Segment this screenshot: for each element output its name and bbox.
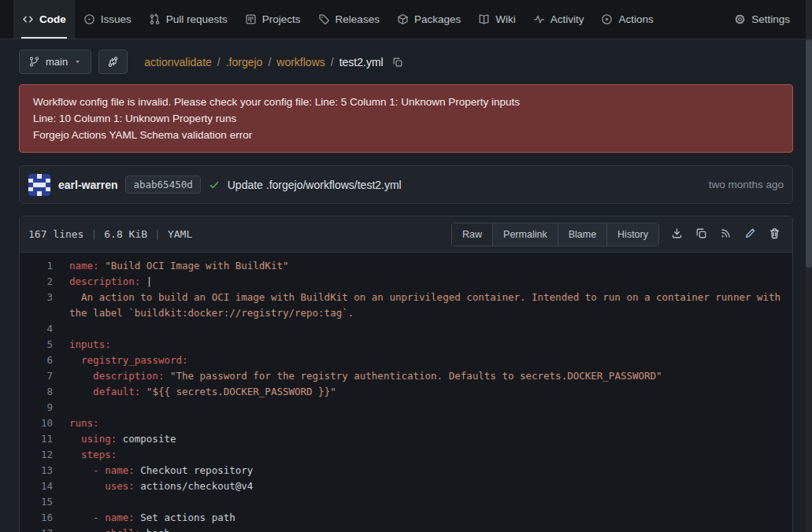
commit-author[interactable]: earl-warren (58, 179, 117, 191)
tab-pull-requests[interactable]: Pull requests (140, 0, 236, 39)
line-number[interactable]: 1 (20, 258, 69, 274)
tag-icon (318, 13, 330, 25)
breadcrumb-segment[interactable]: .forgejo (226, 56, 263, 68)
line-number[interactable]: 13 (20, 463, 69, 478)
tab-settings-label: Settings (751, 13, 790, 25)
code-line-content: description: "The password for the regis… (69, 368, 792, 384)
tab-packages[interactable]: Packages (388, 0, 469, 39)
line-number[interactable]: 14 (20, 478, 69, 494)
tab-code[interactable]: Code (13, 0, 75, 39)
line-number[interactable]: 12 (20, 447, 69, 463)
tab-actions[interactable]: Actions (592, 0, 662, 39)
tab-wiki[interactable]: Wiki (469, 0, 525, 39)
author-avatar[interactable] (28, 174, 50, 196)
file-action-icons (671, 227, 784, 242)
code-icon (22, 13, 34, 25)
code-line: 4 (20, 321, 792, 337)
line-number[interactable]: 5 (20, 337, 69, 353)
line-number[interactable]: 15 (20, 494, 69, 510)
tab-actions-label: Actions (618, 13, 653, 25)
branch-selector[interactable]: main (19, 50, 91, 74)
copy-content-button[interactable] (695, 227, 707, 242)
download-button[interactable] (671, 227, 683, 242)
pull-request-icon (149, 13, 161, 25)
file-view: 167 lines|6.8 KiB|YAML RawPermalinkBlame… (19, 216, 793, 532)
rss-icon (720, 227, 732, 239)
raw-button[interactable]: Raw (452, 224, 492, 246)
commit-hash-button[interactable]: abab65450d (125, 175, 200, 194)
issue-icon (83, 13, 95, 25)
tab-packages-label: Packages (414, 13, 461, 25)
breadcrumb-segment: test2.yml (339, 56, 384, 68)
code-line: 17 shell: bash (20, 526, 792, 532)
permalink-button[interactable]: Permalink (492, 224, 558, 246)
tab-pull-requests-label: Pull requests (166, 13, 228, 25)
tab-issues[interactable]: Issues (75, 0, 140, 39)
file-toolbar: main actionvalidate/.forgejo/workflows/t… (19, 50, 793, 74)
delete-icon (769, 227, 780, 239)
file-meta: 167 lines|6.8 KiB|YAML (28, 228, 192, 240)
line-number[interactable]: 4 (20, 321, 69, 337)
code-line-content: steps: (69, 447, 792, 463)
breadcrumb-separator: / (217, 56, 221, 68)
line-number[interactable]: 3 (20, 290, 69, 321)
meta-separator: | (154, 228, 161, 240)
tab-projects[interactable]: Projects (236, 0, 310, 39)
tab-activity-label: Activity (551, 13, 584, 25)
code-line: 14 uses: actions/checkout@v4 (20, 478, 792, 494)
scrollbar-thumb[interactable] (806, 39, 812, 268)
code-line: 10runs: (20, 416, 792, 431)
code-view: 1name: "Build OCI Image with BuildKit"2d… (20, 253, 792, 532)
code-line: 6 registry_password: (20, 353, 792, 368)
code-line-content: name: "Build OCI Image with BuildKit" (69, 258, 792, 274)
code-line-content: registry_password: (69, 353, 792, 368)
error-banner: Workflow config file is invalid. Please … (19, 84, 793, 153)
repo-nav: CodeIssuesPull requestsProjectsReleasesP… (0, 0, 812, 39)
code-line: 8 default: "${{ secrets.DOCKER_PASSWORD … (20, 384, 792, 400)
file-header: 167 lines|6.8 KiB|YAML RawPermalinkBlame… (20, 216, 792, 253)
line-number[interactable]: 11 (20, 431, 69, 447)
breadcrumb-separator: / (268, 56, 271, 68)
code-line: 16 - name: Set actions path (20, 510, 792, 526)
delete-button[interactable] (769, 227, 780, 242)
blame-button[interactable]: Blame (558, 224, 606, 246)
tab-settings[interactable]: Settings (725, 0, 799, 39)
edit-button[interactable] (744, 227, 756, 242)
history-button[interactable]: History (606, 224, 658, 246)
repo-tabs: CodeIssuesPull requestsProjectsReleasesP… (13, 0, 662, 39)
line-number[interactable]: 6 (20, 353, 69, 368)
code-line-content (69, 321, 792, 337)
latest-commit-bar: earl-warren abab65450d Update .forgejo/w… (19, 165, 793, 204)
code-line-content (69, 400, 792, 416)
tab-activity[interactable]: Activity (525, 0, 593, 39)
branch-name: main (46, 56, 68, 68)
line-number[interactable]: 8 (20, 384, 69, 400)
line-number[interactable]: 7 (20, 368, 69, 384)
code-line-content: - name: Set actions path (69, 510, 792, 526)
code-line: 11 using: composite (20, 431, 792, 447)
code-line-content: An action to build an OCI image with Bui… (69, 290, 792, 321)
line-number[interactable]: 16 (20, 510, 69, 526)
commit-message[interactable]: Update .forgejo/workflows/test2.yml (228, 179, 402, 191)
rss-button[interactable] (720, 227, 732, 242)
tab-releases-label: Releases (336, 13, 380, 25)
gear-icon (734, 13, 746, 25)
copy-path-icon[interactable] (392, 57, 403, 68)
code-line-content: shell: bash (69, 526, 792, 532)
error-message-line: Forgejo Actions YAML Schema validation e… (33, 127, 779, 143)
code-line: 12 steps: (20, 447, 792, 463)
code-line: 2description: | (20, 274, 792, 290)
compare-button[interactable] (98, 50, 128, 74)
commit-status-check-icon[interactable] (209, 179, 220, 190)
download-icon (671, 227, 683, 239)
scrollbar-track[interactable] (806, 0, 812, 532)
line-number[interactable]: 2 (20, 274, 69, 290)
line-number[interactable]: 9 (20, 400, 69, 416)
package-icon (397, 13, 409, 25)
tab-releases[interactable]: Releases (310, 0, 388, 39)
line-number[interactable]: 17 (20, 526, 69, 532)
code-line: 9 (20, 400, 792, 416)
breadcrumb-segment[interactable]: actionvalidate (144, 56, 212, 68)
breadcrumb-segment[interactable]: workflows (276, 56, 324, 68)
line-number[interactable]: 10 (20, 416, 69, 431)
